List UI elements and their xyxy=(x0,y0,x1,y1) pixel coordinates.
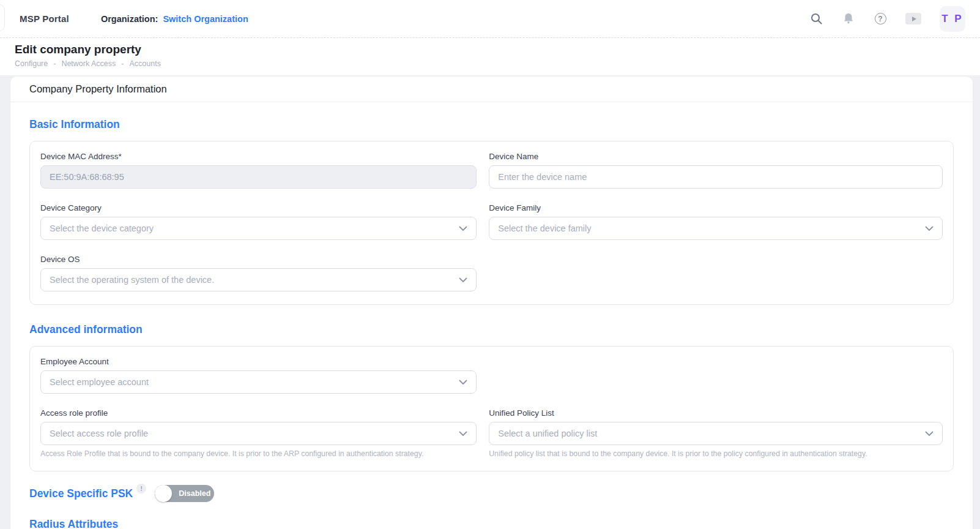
breadcrumb-item-accounts[interactable]: Accounts xyxy=(129,59,160,68)
advanced-information-heading: Advanced information xyxy=(29,323,954,336)
employee-account-label: Employee Account xyxy=(40,357,477,366)
device-os-placeholder: Select the operating system of the devic… xyxy=(50,275,214,285)
help-glyph: ? xyxy=(875,13,886,24)
device-family-label: Device Family xyxy=(489,203,943,212)
device-name-input[interactable] xyxy=(489,165,943,189)
card-title: Company Property Information xyxy=(10,77,973,102)
unified-policy-list-select[interactable]: Select a unified policy list xyxy=(489,422,943,445)
device-family-select[interactable]: Select the device family xyxy=(489,217,943,240)
organization-label: Organization: xyxy=(101,14,158,24)
device-category-field: Device Category Select the device catego… xyxy=(40,203,477,240)
info-icon[interactable]: ! xyxy=(136,484,146,493)
device-os-select[interactable]: Select the operating system of the devic… xyxy=(40,268,477,291)
access-role-profile-label: Access role profile xyxy=(40,408,477,418)
unified-policy-list-placeholder: Select a unified policy list xyxy=(498,429,597,438)
employee-account-select[interactable]: Select employee account xyxy=(40,370,477,394)
breadcrumb-item-configure[interactable]: Configure xyxy=(15,59,48,68)
device-os-field: Device OS Select the operating system of… xyxy=(40,255,477,291)
device-specific-psk-row: Device Specific PSK ! Disabled xyxy=(29,485,954,502)
organization-switcher: Organization: Switch Organization xyxy=(101,14,248,24)
device-mac-input xyxy=(40,165,477,189)
employee-account-field: Employee Account Select employee account xyxy=(40,357,477,394)
device-mac-label: Device MAC Address* xyxy=(40,152,477,161)
page-title: Edit company property xyxy=(15,43,965,56)
sidebar-edge-handle[interactable] xyxy=(0,4,5,31)
device-name-field: Device Name xyxy=(489,152,943,189)
access-role-profile-field: Access role profile Select access role p… xyxy=(40,408,477,458)
chevron-down-icon xyxy=(925,226,934,231)
play-triangle-icon xyxy=(912,17,916,21)
radius-attributes-heading: Radius Attributes xyxy=(29,518,954,529)
help-icon[interactable]: ? xyxy=(874,12,887,26)
psk-toggle-state: Disabled xyxy=(179,489,210,498)
page-header: Edit company property Configure - Networ… xyxy=(0,38,980,75)
access-role-profile-placeholder: Select access role profile xyxy=(50,429,148,438)
device-mac-field: Device MAC Address* xyxy=(40,152,477,189)
card-body: Basic Information Device MAC Address* De… xyxy=(10,118,973,529)
basic-information-heading: Basic Information xyxy=(29,118,954,131)
device-specific-psk-heading: Device Specific PSK xyxy=(29,487,133,500)
breadcrumb-item-network-access[interactable]: Network Access xyxy=(61,59,116,68)
unified-policy-list-helper: Unified policy list that is bound to the… xyxy=(489,449,943,458)
access-role-profile-helper: Access Role Profile that is bound to the… xyxy=(40,449,477,458)
device-category-select[interactable]: Select the device category xyxy=(40,217,477,240)
device-family-field: Device Family Select the device family xyxy=(489,203,943,240)
search-icon[interactable] xyxy=(810,12,823,26)
chevron-down-icon xyxy=(459,226,467,231)
chevron-down-icon xyxy=(459,380,467,385)
device-category-placeholder: Select the device category xyxy=(50,223,154,233)
top-header: MSP Portal Organization: Switch Organiza… xyxy=(0,0,980,38)
basic-information-panel: Device MAC Address* Device Name Device C… xyxy=(29,141,954,305)
brand-title: MSP Portal xyxy=(20,13,69,24)
device-family-placeholder: Select the device family xyxy=(498,223,591,233)
breadcrumb-separator: - xyxy=(53,59,56,68)
chevron-down-icon xyxy=(459,277,467,283)
chevron-down-icon xyxy=(925,431,934,437)
company-property-card: Company Property Information Basic Infor… xyxy=(10,77,973,529)
device-category-label: Device Category xyxy=(40,203,477,212)
organization-link[interactable]: Switch Organization xyxy=(163,14,248,24)
chevron-down-icon xyxy=(459,431,467,437)
employee-account-placeholder: Select employee account xyxy=(50,377,149,387)
breadcrumb-separator: - xyxy=(121,59,124,68)
tutorial-video-icon[interactable] xyxy=(905,13,921,24)
access-role-profile-select[interactable]: Select access role profile xyxy=(40,422,477,445)
device-name-label: Device Name xyxy=(489,152,943,161)
notifications-bell-icon[interactable] xyxy=(842,12,855,26)
user-avatar[interactable]: T P xyxy=(940,6,965,32)
breadcrumb: Configure - Network Access - Accounts xyxy=(15,59,965,68)
device-os-label: Device OS xyxy=(40,255,477,264)
unified-policy-list-label: Unified Policy List xyxy=(489,408,943,418)
topbar-actions: ? T P xyxy=(810,6,965,32)
advanced-information-panel: Employee Account Select employee account… xyxy=(29,346,954,471)
psk-toggle[interactable]: Disabled xyxy=(155,485,214,502)
unified-policy-list-field: Unified Policy List Select a unified pol… xyxy=(489,408,943,458)
toggle-knob xyxy=(155,485,172,502)
